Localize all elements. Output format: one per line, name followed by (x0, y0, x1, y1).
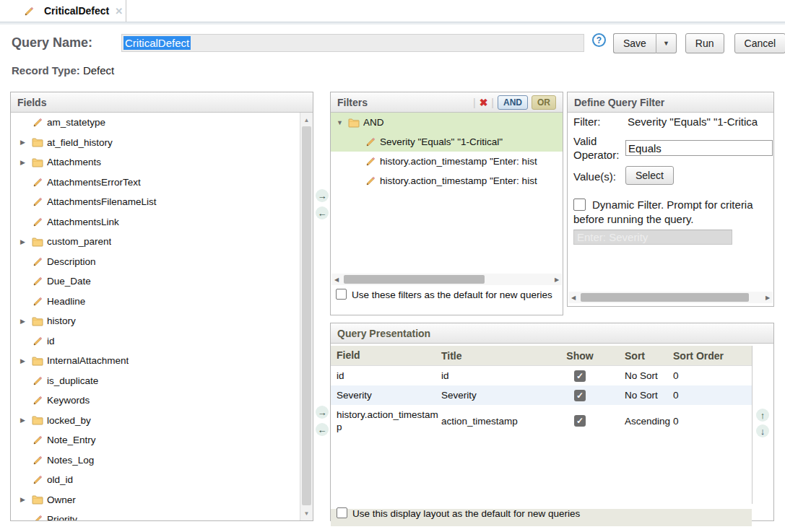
field-item-label: Description (47, 256, 96, 267)
show-checkbox[interactable]: ✓ (574, 370, 586, 382)
scrollbar-thumb[interactable] (581, 293, 749, 302)
field-item[interactable]: Headline (11, 292, 300, 312)
field-item[interactable]: ▶Owner (11, 490, 300, 510)
filter-tree-item[interactable]: Severity "Equals" "1-Critical" (331, 132, 563, 152)
expand-icon[interactable]: ▶ (20, 139, 32, 146)
field-item[interactable]: ▶at_field_history (11, 133, 300, 153)
field-item-label: AttachmentsFilenameList (47, 196, 157, 207)
field-item[interactable]: Notes_Log (11, 450, 300, 471)
field-item[interactable]: Note_Entry (11, 430, 300, 450)
cancel-button[interactable]: Cancel (734, 33, 785, 53)
field-item-label: InternalAttachment (47, 355, 129, 366)
add-filter-arrow-icon[interactable]: → (316, 189, 329, 202)
pencil-icon (32, 276, 43, 287)
expand-icon[interactable]: ▶ (20, 238, 32, 245)
filter-tree-item[interactable]: ▼AND (331, 113, 563, 132)
scrollbar-thumb[interactable] (344, 275, 485, 284)
scrollbar-thumb[interactable] (302, 126, 311, 505)
remove-filter-arrow-icon[interactable]: ← (316, 206, 329, 219)
or-button[interactable]: OR (532, 95, 556, 110)
expand-icon[interactable]: ▶ (20, 159, 32, 166)
expand-icon[interactable]: ▶ (20, 318, 32, 325)
delete-filter-icon[interactable]: ✖ (480, 97, 488, 108)
presentation-row[interactable]: idid✓No Sort0 (331, 366, 752, 385)
show-checkbox[interactable]: ✓ (574, 390, 586, 401)
field-item[interactable]: old_id (11, 470, 300, 490)
expand-icon[interactable]: ▶ (20, 417, 32, 424)
field-item-label: AttachmentsLink (47, 217, 119, 227)
save-button[interactable]: Save (613, 33, 656, 53)
filters-h-scrollbar[interactable]: ◀ ▶ (331, 274, 562, 285)
query-name-input[interactable]: CriticalDefect (121, 34, 584, 52)
field-item[interactable]: AttachmentsFilenameList (11, 192, 300, 212)
scroll-down-icon[interactable]: ▼ (300, 507, 313, 519)
col-header-title: Title (441, 350, 551, 362)
field-item[interactable]: Priority (11, 510, 300, 520)
query-name-label: Query Name: (12, 35, 92, 51)
filters-panel-header: Filters | ✖ | AND OR (331, 92, 563, 113)
pencil-icon (23, 6, 34, 17)
field-item[interactable]: Due_Date (11, 271, 300, 292)
move-up-arrow-icon[interactable]: ↑ (756, 409, 769, 422)
expand-icon[interactable]: ▶ (20, 357, 32, 365)
scroll-left-icon[interactable]: ◀ (331, 274, 342, 285)
field-item[interactable]: id (11, 331, 300, 352)
filters-default-checkbox-label: Use these filters as the default for new… (352, 289, 552, 300)
field-item[interactable]: Description (11, 252, 300, 272)
cell-sort: Ascending (609, 416, 672, 427)
field-item[interactable]: AttachmentsLink (11, 212, 300, 232)
separator: | (491, 97, 494, 108)
help-icon[interactable]: ? (592, 33, 606, 47)
filters-panel-title: Filters (337, 97, 469, 108)
scroll-left-icon[interactable]: ◀ (568, 292, 578, 303)
tab-close-icon[interactable]: ✕ (115, 6, 123, 17)
tab-critical-defect[interactable]: CriticalDefect ✕ (0, 0, 126, 22)
save-dropdown-arrow-icon[interactable]: ▼ (656, 33, 677, 53)
run-button[interactable]: Run (685, 33, 724, 53)
remove-display-field-arrow-icon[interactable]: ← (316, 423, 329, 436)
field-item[interactable]: ▶history (11, 311, 300, 331)
fields-scrollbar[interactable]: ▲ ▼ (300, 113, 313, 520)
expand-icon[interactable]: ▶ (20, 496, 32, 503)
move-down-arrow-icon[interactable]: ↓ (756, 424, 769, 437)
select-values-button[interactable]: Select (625, 166, 674, 185)
field-item[interactable]: is_duplicate (11, 371, 300, 391)
presentation-row[interactable]: SeveritySeverity✓No Sort0 (331, 385, 752, 405)
show-checkbox[interactable]: ✓ (574, 415, 586, 427)
folder-icon (32, 494, 43, 505)
scroll-right-icon[interactable]: ▶ (552, 274, 562, 285)
filter-value: Severity "Equals" "1-Critica (628, 115, 773, 128)
field-item[interactable]: ▶custom_parent (11, 232, 300, 252)
field-item[interactable]: ▶locked_by (11, 411, 300, 431)
field-item[interactable]: ▶Attachments (11, 152, 300, 173)
filter-tree-item[interactable]: history.action_timestamp "Enter: hist (331, 171, 563, 191)
filter-tree-item[interactable]: history.action_timestamp "Enter: hist (331, 152, 563, 171)
scroll-up-icon[interactable]: ▲ (300, 114, 313, 126)
filters-default-checkbox-row: Use these filters as the default for new… (336, 289, 558, 302)
dynamic-filter-checkbox[interactable] (573, 199, 586, 211)
define-h-scrollbar[interactable]: ◀ ▶ (568, 292, 773, 303)
tab-title: CriticalDefect (44, 5, 109, 17)
tab-strip-divider (0, 22, 785, 25)
add-display-field-arrow-icon[interactable]: → (316, 406, 329, 419)
filters-default-checkbox[interactable] (336, 289, 347, 300)
pencil-icon (32, 196, 43, 207)
field-item-label: Note_Entry (47, 435, 96, 445)
and-button[interactable]: AND (498, 95, 528, 110)
valid-operator-input[interactable] (625, 140, 773, 156)
field-item-label: at_field_history (47, 137, 113, 148)
valid-operator-label: Valid Operator: (573, 134, 627, 162)
fields-panel: Fields am_statetype▶at_field_history▶Att… (10, 92, 313, 521)
field-item[interactable]: ▶InternalAttachment (11, 351, 300, 371)
field-item[interactable]: AttachmentsErrorText (11, 173, 300, 193)
display-default-checkbox[interactable] (337, 507, 347, 518)
field-item[interactable]: Keywords (11, 391, 300, 411)
query-presentation-panel: Query Presentation Field Title Show Sort… (330, 323, 774, 521)
field-item[interactable]: am_statetype (11, 113, 300, 133)
define-panel-header: Define Query Filter (568, 92, 773, 113)
pencil-icon (32, 296, 43, 307)
collapse-icon[interactable]: ▼ (337, 119, 348, 126)
scroll-right-icon[interactable]: ▶ (763, 292, 773, 303)
presentation-row[interactable]: history.action_timestampaction_timestamp… (331, 405, 752, 437)
fields-tree: am_statetype▶at_field_history▶Attachment… (11, 113, 300, 520)
